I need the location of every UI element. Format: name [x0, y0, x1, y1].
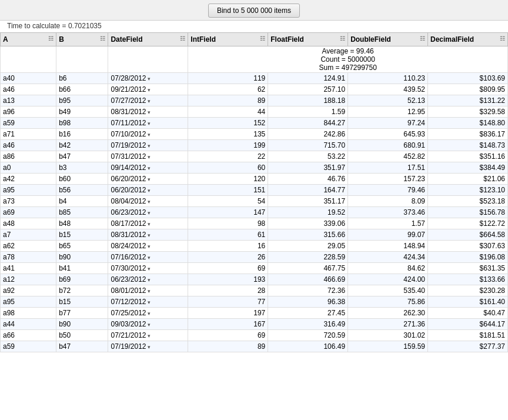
date-filter-arrow[interactable]: ▾	[148, 311, 151, 316]
cell-floatfield: 106.49	[268, 341, 348, 352]
column-header-a[interactable]: A☷	[1, 33, 56, 46]
cell-a: a40	[1, 73, 56, 84]
cell-a: a42	[1, 174, 56, 185]
table-row: a41b4107/30/2012 ▾69467.7584.62$631.35	[1, 263, 508, 274]
table-row: a40b607/28/2012 ▾119124.91110.23$103.69	[1, 73, 508, 84]
cell-intfield: 119	[188, 73, 268, 84]
cell-decimalfield: $351.16	[428, 151, 508, 162]
column-header-doublefield[interactable]: DoubleField☷	[348, 33, 428, 46]
cell-floatfield: 228.59	[268, 252, 348, 263]
date-filter-arrow[interactable]: ▾	[148, 143, 151, 149]
cell-doublefield: 271.36	[348, 319, 428, 330]
cell-decimalfield: $230.28	[428, 285, 508, 296]
cell-a: a66	[1, 330, 56, 341]
date-filter-arrow[interactable]: ▾	[148, 244, 151, 249]
cell-decimalfield: $148.80	[428, 118, 508, 129]
cell-datefield: 08/17/2012 ▾	[108, 218, 188, 229]
cell-a: a44	[1, 319, 56, 330]
sort-icon-b[interactable]: ☷	[100, 35, 105, 42]
date-filter-arrow[interactable]: ▾	[148, 299, 151, 305]
date-filter-arrow[interactable]: ▾	[148, 132, 151, 138]
date-filter-arrow[interactable]: ▾	[148, 210, 151, 216]
cell-floatfield: 72.36	[268, 285, 348, 296]
date-filter-arrow[interactable]: ▾	[148, 188, 151, 194]
column-header-decimalfield[interactable]: DecimalField☷	[428, 33, 508, 46]
cell-doublefield: 157.23	[348, 174, 428, 185]
sort-icon-decimalfield[interactable]: ☷	[500, 35, 505, 42]
cell-intfield: 193	[188, 274, 268, 285]
cell-datefield: 06/20/2012 ▾	[108, 185, 188, 196]
date-filter-arrow[interactable]: ▾	[148, 87, 151, 93]
date-filter-arrow[interactable]: ▾	[148, 98, 151, 104]
cell-b: b49	[56, 106, 108, 118]
column-header-datefield[interactable]: DateField☷	[108, 33, 188, 46]
cell-intfield: 28	[188, 285, 268, 296]
cell-decimalfield: $123.10	[428, 185, 508, 196]
date-filter-arrow[interactable]: ▾	[148, 165, 151, 171]
sort-icon-doublefield[interactable]: ☷	[420, 35, 425, 42]
date-filter-arrow[interactable]: ▾	[148, 221, 151, 227]
cell-b: b6	[56, 73, 108, 84]
cell-doublefield: 535.40	[348, 285, 428, 296]
cell-decimalfield: $664.58	[428, 229, 508, 241]
column-header-floatfield[interactable]: FloatField☷	[268, 33, 348, 46]
cell-a: a92	[1, 285, 56, 296]
date-filter-arrow[interactable]: ▾	[148, 266, 151, 272]
cell-a: a0	[1, 162, 56, 174]
date-filter-arrow[interactable]: ▾	[148, 255, 151, 261]
cell-floatfield: 124.91	[268, 73, 348, 84]
cell-b: b85	[56, 207, 108, 218]
cell-a: a95	[1, 185, 56, 196]
summary-empty-b	[56, 46, 108, 73]
cell-intfield: 44	[188, 106, 268, 118]
column-header-intfield[interactable]: IntField☷	[188, 33, 268, 46]
table-row: a44b9009/03/2012 ▾167316.49271.36$644.17	[1, 319, 508, 330]
date-filter-arrow[interactable]: ▾	[148, 76, 151, 82]
cell-floatfield: 29.05	[268, 241, 348, 252]
bind-button[interactable]: Bind to 5 000 000 items	[208, 4, 300, 18]
date-filter-arrow[interactable]: ▾	[148, 344, 151, 350]
sort-icon-a[interactable]: ☷	[48, 35, 54, 42]
cell-datefield: 08/31/2012 ▾	[108, 229, 188, 241]
cell-floatfield: 316.49	[268, 319, 348, 330]
summary-empty-a	[1, 46, 56, 73]
date-filter-arrow[interactable]: ▾	[148, 333, 151, 339]
cell-intfield: 69	[188, 330, 268, 341]
table-row: a69b8506/23/2012 ▾14719.52373.46$156.78	[1, 207, 508, 218]
cell-intfield: 98	[188, 218, 268, 229]
cell-b: b42	[56, 140, 108, 151]
table-row: a95b5606/20/2012 ▾151164.7779.46$123.10	[1, 185, 508, 196]
cell-a: a59	[1, 341, 56, 352]
date-filter-arrow[interactable]: ▾	[148, 199, 151, 205]
sort-icon-floatfield[interactable]: ☷	[340, 35, 345, 42]
date-filter-arrow[interactable]: ▾	[148, 232, 151, 238]
cell-floatfield: 467.75	[268, 263, 348, 274]
date-filter-arrow[interactable]: ▾	[148, 176, 151, 182]
cell-b: b47	[56, 151, 108, 162]
cell-datefield: 09/21/2012 ▾	[108, 84, 188, 95]
date-filter-arrow[interactable]: ▾	[148, 322, 151, 328]
summary-empty-date	[108, 46, 188, 73]
cell-a: a96	[1, 106, 56, 118]
sort-icon-datefield[interactable]: ☷	[180, 35, 185, 42]
date-filter-arrow[interactable]: ▾	[148, 277, 151, 283]
cell-datefield: 07/16/2012 ▾	[108, 252, 188, 263]
cell-decimalfield: $329.58	[428, 106, 508, 118]
cell-doublefield: 159.59	[348, 341, 428, 352]
cell-intfield: 199	[188, 140, 268, 151]
column-header-b[interactable]: B☷	[56, 33, 108, 46]
cell-decimalfield: $21.06	[428, 174, 508, 185]
cell-intfield: 16	[188, 241, 268, 252]
date-filter-arrow[interactable]: ▾	[148, 288, 151, 294]
cell-b: b3	[56, 162, 108, 174]
cell-a: a62	[1, 241, 56, 252]
cell-datefield: 09/03/2012 ▾	[108, 319, 188, 330]
cell-decimalfield: $122.72	[428, 218, 508, 229]
date-filter-arrow[interactable]: ▾	[148, 109, 151, 115]
cell-a: a59	[1, 118, 56, 129]
sort-icon-intfield[interactable]: ☷	[260, 35, 265, 42]
date-filter-arrow[interactable]: ▾	[148, 154, 151, 160]
table-row: a48b4808/17/2012 ▾98339.061.57$122.72	[1, 218, 508, 229]
cell-datefield: 08/31/2012 ▾	[108, 106, 188, 118]
date-filter-arrow[interactable]: ▾	[148, 121, 151, 126]
